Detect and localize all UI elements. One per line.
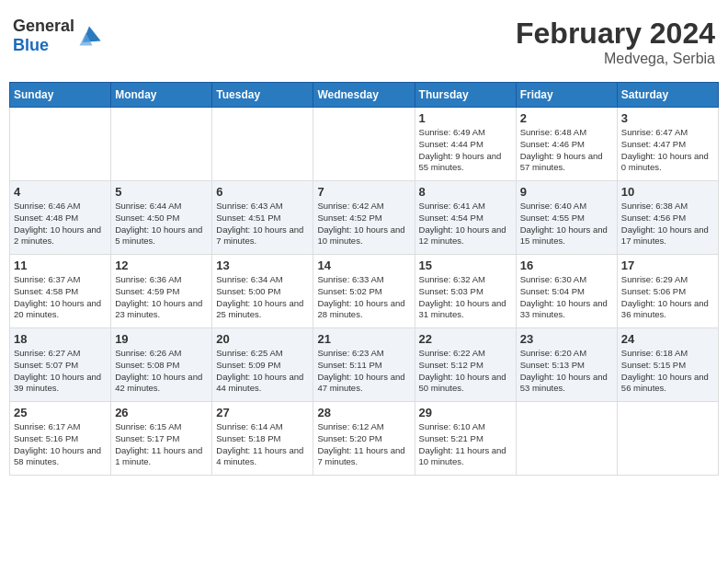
table-cell: 5Sunrise: 6:44 AM Sunset: 4:50 PM Daylig… xyxy=(111,181,212,255)
day-number: 12 xyxy=(115,259,208,272)
table-row: 25Sunrise: 6:17 AM Sunset: 5:16 PM Dayli… xyxy=(10,402,719,476)
day-number: 8 xyxy=(419,185,512,199)
day-info: Sunrise: 6:48 AM Sunset: 4:46 PM Dayligh… xyxy=(520,127,613,174)
day-info: Sunrise: 6:41 AM Sunset: 4:54 PM Dayligh… xyxy=(419,201,512,247)
table-row: 4Sunrise: 6:46 AM Sunset: 4:48 PM Daylig… xyxy=(10,181,719,255)
day-number: 13 xyxy=(216,259,309,272)
table-cell: 9Sunrise: 6:40 AM Sunset: 4:55 PM Daylig… xyxy=(516,181,617,255)
day-number: 4 xyxy=(14,185,107,199)
table-cell: 8Sunrise: 6:41 AM Sunset: 4:54 PM Daylig… xyxy=(415,181,516,255)
col-tuesday: Tuesday xyxy=(212,83,313,108)
table-cell: 2Sunrise: 6:48 AM Sunset: 4:46 PM Daylig… xyxy=(516,108,617,181)
day-info: Sunrise: 6:42 AM Sunset: 4:52 PM Dayligh… xyxy=(317,201,410,247)
table-cell: 4Sunrise: 6:46 AM Sunset: 4:48 PM Daylig… xyxy=(10,181,111,255)
day-number: 24 xyxy=(621,332,714,346)
table-cell: 26Sunrise: 6:15 AM Sunset: 5:17 PM Dayli… xyxy=(111,402,212,476)
day-info: Sunrise: 6:23 AM Sunset: 5:11 PM Dayligh… xyxy=(317,348,410,395)
logo-general: General xyxy=(13,17,74,35)
col-sunday: Sunday xyxy=(10,83,111,108)
day-number: 18 xyxy=(14,332,107,346)
day-info: Sunrise: 6:12 AM Sunset: 5:20 PM Dayligh… xyxy=(317,421,410,468)
day-number: 15 xyxy=(419,259,512,272)
header-row: Sunday Monday Tuesday Wednesday Thursday… xyxy=(10,83,719,108)
logo: General Blue xyxy=(13,17,102,55)
day-number: 7 xyxy=(317,185,410,199)
day-info: Sunrise: 6:47 AM Sunset: 4:47 PM Dayligh… xyxy=(621,127,714,174)
day-info: Sunrise: 6:49 AM Sunset: 4:44 PM Dayligh… xyxy=(419,127,512,174)
table-cell: 27Sunrise: 6:14 AM Sunset: 5:18 PM Dayli… xyxy=(212,402,313,476)
day-number: 27 xyxy=(216,406,309,419)
table-cell: 10Sunrise: 6:38 AM Sunset: 4:56 PM Dayli… xyxy=(617,181,718,255)
day-number: 22 xyxy=(419,332,512,346)
col-wednesday: Wednesday xyxy=(313,83,415,108)
col-thursday: Thursday xyxy=(415,83,516,108)
day-info: Sunrise: 6:38 AM Sunset: 4:56 PM Dayligh… xyxy=(621,201,714,247)
day-info: Sunrise: 6:15 AM Sunset: 5:17 PM Dayligh… xyxy=(115,421,208,468)
day-info: Sunrise: 6:43 AM Sunset: 4:51 PM Dayligh… xyxy=(216,201,309,247)
title-month: February 2024 xyxy=(516,17,715,51)
logo-icon xyxy=(76,23,102,49)
table-cell xyxy=(617,402,718,476)
day-info: Sunrise: 6:10 AM Sunset: 5:21 PM Dayligh… xyxy=(419,421,512,468)
calendar-table: Sunday Monday Tuesday Wednesday Thursday… xyxy=(9,82,719,476)
day-number: 26 xyxy=(115,406,208,419)
day-info: Sunrise: 6:34 AM Sunset: 5:00 PM Dayligh… xyxy=(216,274,309,321)
table-cell: 29Sunrise: 6:10 AM Sunset: 5:21 PM Dayli… xyxy=(415,402,516,476)
table-cell: 1Sunrise: 6:49 AM Sunset: 4:44 PM Daylig… xyxy=(415,108,516,181)
day-number: 16 xyxy=(520,259,613,272)
table-row: 1Sunrise: 6:49 AM Sunset: 4:44 PM Daylig… xyxy=(10,108,719,181)
day-number: 2 xyxy=(520,111,613,125)
day-info: Sunrise: 6:40 AM Sunset: 4:55 PM Dayligh… xyxy=(520,201,613,247)
day-info: Sunrise: 6:27 AM Sunset: 5:07 PM Dayligh… xyxy=(14,348,107,395)
table-cell: 24Sunrise: 6:18 AM Sunset: 5:15 PM Dayli… xyxy=(617,328,718,402)
col-saturday: Saturday xyxy=(617,83,718,108)
table-cell: 18Sunrise: 6:27 AM Sunset: 5:07 PM Dayli… xyxy=(10,328,111,402)
table-cell: 15Sunrise: 6:32 AM Sunset: 5:03 PM Dayli… xyxy=(415,255,516,328)
day-info: Sunrise: 6:33 AM Sunset: 5:02 PM Dayligh… xyxy=(317,274,410,321)
table-cell: 11Sunrise: 6:37 AM Sunset: 4:58 PM Dayli… xyxy=(10,255,111,328)
day-number: 20 xyxy=(216,332,309,346)
table-cell: 17Sunrise: 6:29 AM Sunset: 5:06 PM Dayli… xyxy=(617,255,718,328)
day-info: Sunrise: 6:14 AM Sunset: 5:18 PM Dayligh… xyxy=(216,421,309,468)
page-header: General Blue February 2024 Medvega, Serb… xyxy=(9,9,719,75)
table-cell: 14Sunrise: 6:33 AM Sunset: 5:02 PM Dayli… xyxy=(313,255,415,328)
day-info: Sunrise: 6:18 AM Sunset: 5:15 PM Dayligh… xyxy=(621,348,714,395)
table-row: 11Sunrise: 6:37 AM Sunset: 4:58 PM Dayli… xyxy=(10,255,719,328)
col-friday: Friday xyxy=(516,83,617,108)
day-info: Sunrise: 6:25 AM Sunset: 5:09 PM Dayligh… xyxy=(216,348,309,395)
day-number: 11 xyxy=(14,259,107,272)
day-number: 6 xyxy=(216,185,309,199)
day-number: 9 xyxy=(520,185,613,199)
table-cell: 3Sunrise: 6:47 AM Sunset: 4:47 PM Daylig… xyxy=(617,108,718,181)
day-number: 3 xyxy=(621,111,714,125)
table-cell xyxy=(212,108,313,181)
table-cell: 12Sunrise: 6:36 AM Sunset: 4:59 PM Dayli… xyxy=(111,255,212,328)
day-info: Sunrise: 6:44 AM Sunset: 4:50 PM Dayligh… xyxy=(115,201,208,247)
table-cell: 22Sunrise: 6:22 AM Sunset: 5:12 PM Dayli… xyxy=(415,328,516,402)
day-number: 17 xyxy=(621,259,714,272)
day-info: Sunrise: 6:20 AM Sunset: 5:13 PM Dayligh… xyxy=(520,348,613,395)
table-cell: 19Sunrise: 6:26 AM Sunset: 5:08 PM Dayli… xyxy=(111,328,212,402)
table-cell: 21Sunrise: 6:23 AM Sunset: 5:11 PM Dayli… xyxy=(313,328,415,402)
table-cell: 25Sunrise: 6:17 AM Sunset: 5:16 PM Dayli… xyxy=(10,402,111,476)
day-number: 19 xyxy=(115,332,208,346)
day-number: 14 xyxy=(317,259,410,272)
day-number: 10 xyxy=(621,185,714,199)
logo-blue: Blue xyxy=(13,36,49,54)
day-info: Sunrise: 6:37 AM Sunset: 4:58 PM Dayligh… xyxy=(14,274,107,321)
table-cell xyxy=(10,108,111,181)
table-cell: 20Sunrise: 6:25 AM Sunset: 5:09 PM Dayli… xyxy=(212,328,313,402)
table-cell: 23Sunrise: 6:20 AM Sunset: 5:13 PM Dayli… xyxy=(516,328,617,402)
day-number: 5 xyxy=(115,185,208,199)
title-location: Medvega, Serbia xyxy=(516,51,715,67)
day-number: 25 xyxy=(14,406,107,419)
day-number: 28 xyxy=(317,406,410,419)
day-info: Sunrise: 6:22 AM Sunset: 5:12 PM Dayligh… xyxy=(419,348,512,395)
day-info: Sunrise: 6:29 AM Sunset: 5:06 PM Dayligh… xyxy=(621,274,714,321)
day-number: 21 xyxy=(317,332,410,346)
day-info: Sunrise: 6:36 AM Sunset: 4:59 PM Dayligh… xyxy=(115,274,208,321)
logo-text: General Blue xyxy=(13,17,74,55)
table-cell xyxy=(516,402,617,476)
table-cell: 16Sunrise: 6:30 AM Sunset: 5:04 PM Dayli… xyxy=(516,255,617,328)
day-info: Sunrise: 6:46 AM Sunset: 4:48 PM Dayligh… xyxy=(14,201,107,247)
